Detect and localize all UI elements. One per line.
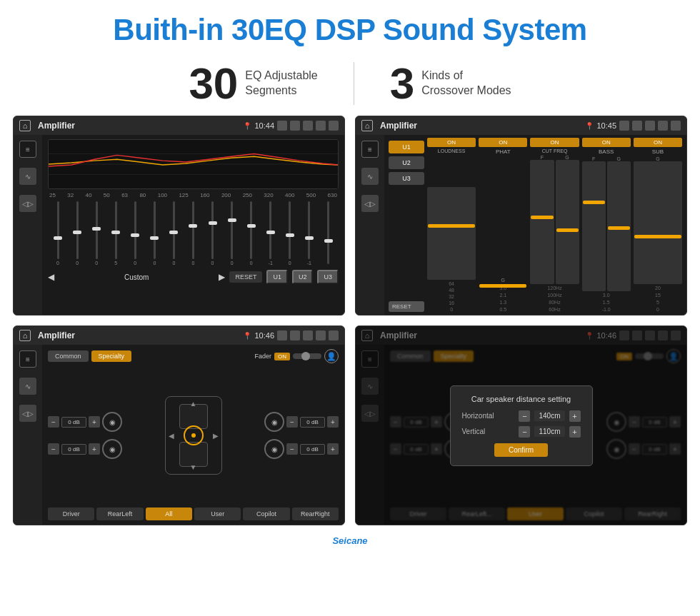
horizontal-minus[interactable]: − [519,410,530,422]
eq-slider-13[interactable]: -1 [301,201,318,266]
stat-crossover: 3 Kinds of Crossover Modes [354,61,547,106]
u2-button[interactable]: U2 [292,270,314,284]
horizontal-plus[interactable]: + [569,410,581,422]
phat-on[interactable]: ON [479,138,527,147]
fader-track[interactable] [293,353,321,359]
rl-speaker: ◉ [102,439,122,459]
location-icon-3: 📍 [243,332,251,340]
eq-slider-3[interactable]: 5 [107,201,124,266]
topbar-title-3: Amplifier [38,330,239,340]
rr-plus[interactable]: + [327,443,339,455]
fader-on[interactable]: ON [274,353,290,360]
eq-slider-5[interactable]: 0 [146,201,163,266]
eq-slider-9[interactable]: 0 [224,201,241,266]
all-btn[interactable]: All [146,508,192,520]
cutfreq-on[interactable]: ON [530,138,579,147]
eq-icon-2[interactable]: ≡ [361,141,379,158]
eq-icon-3[interactable]: ≡ [19,350,36,368]
camera-icon [277,121,287,131]
cross-presets: U1 U2 U3 RESET [389,138,424,312]
close-icon-2 [645,121,655,131]
rr-speaker: ◉ [264,439,284,459]
reset-button-1[interactable]: RESET [229,271,262,283]
person-icon: 👤 [324,349,339,363]
u3-button[interactable]: U3 [317,270,339,284]
topbar-time-3: 10:46 [254,331,274,340]
dialog-overlay: Car speaker distance setting Horizontal … [356,326,686,525]
u3-preset[interactable]: U3 [389,172,424,185]
eq-slider-8[interactable]: 0 [204,201,221,266]
loudness-on[interactable]: ON [427,138,476,147]
eq-slider-10[interactable]: 0 [243,201,260,266]
screen-crossover: ⌂ Amplifier 📍 10:45 ≡ ∿ ◁▷ U1 [355,116,687,315]
vertical-label: Vertical [462,428,515,435]
vertical-minus[interactable]: − [519,426,530,438]
confirm-button[interactable]: Confirm [494,443,548,457]
eq-slider-1[interactable]: 0 [69,201,86,266]
wave-icon-2[interactable]: ∿ [361,168,379,185]
home-icon-3[interactable]: ⌂ [19,330,31,341]
driver-btn[interactable]: Driver [48,508,94,520]
prev-icon[interactable]: ◀ [48,272,54,282]
vol-icon-3[interactable]: ◁▷ [19,405,36,422]
eq-slider-4[interactable]: 0 [126,201,144,266]
eq-slider-14[interactable] [320,201,337,266]
bass-on[interactable]: ON [582,138,631,147]
front-right-channel: ◉ − 0 dB + [264,412,339,432]
stats-row: 30 EQ Adjustable Segments 3 Kinds of Cro… [0,54,700,116]
screen-content-2: ≡ ∿ ◁▷ U1 U2 U3 RESET ON LOUDNESS [356,135,686,315]
reset-cross[interactable]: RESET [389,301,424,312]
fl-minus[interactable]: − [48,416,59,428]
next-icon[interactable]: ▶ [219,272,225,282]
rl-plus[interactable]: + [89,443,100,455]
fr-val: 0 dB [300,417,325,428]
vol-icon-2[interactable]: ◁▷ [361,195,379,212]
distance-dialog: Car speaker distance setting Horizontal … [450,385,593,466]
down-arrow[interactable]: ▼ [190,463,197,471]
topbar-title-1: Amplifier [38,121,239,131]
eq-slider-2[interactable]: 0 [88,201,105,266]
up-arrow[interactable]: ▲ [190,400,197,408]
topbar-time-2: 10:45 [596,121,616,130]
tab-specialty[interactable]: Specialty [91,350,132,362]
wave-icon[interactable]: ∿ [19,168,36,185]
vol-icon[interactable]: ◁▷ [19,195,36,212]
rearleft-btn[interactable]: RearLeft [96,508,143,520]
stat-eq-text: EQ Adjustable Segments [245,69,317,99]
eq-slider-7[interactable]: 0 [184,201,201,266]
speaker-bottom-buttons: Driver RearLeft All User Copilot RearRig… [48,508,339,520]
cross-bass: ON BASS F G [582,138,631,312]
sub-on[interactable]: ON [634,138,682,147]
eq-slider-6[interactable]: 0 [165,201,182,266]
eq-slider-11[interactable]: -1 [262,201,279,266]
eq-icon[interactable]: ≡ [19,141,36,158]
rearright-btn[interactable]: RearRight [292,508,339,520]
copilot-btn[interactable]: Copilot [243,508,289,520]
camera-icon-3 [277,330,287,340]
rr-minus[interactable]: − [286,443,298,455]
fr-minus[interactable]: − [286,416,298,428]
u1-preset[interactable]: U1 [389,141,424,153]
u2-preset[interactable]: U2 [389,156,424,169]
home-icon-2[interactable]: ⌂ [361,120,373,131]
home-icon[interactable]: ⌂ [19,120,31,131]
eq-bottom-bar: ◀ Custom ▶ RESET U1 U2 U3 [48,268,339,286]
screen-content-1: ≡ ∿ ◁▷ [14,135,344,315]
window-icon-3 [316,330,326,340]
eq-curve-svg [49,140,338,188]
tab-common[interactable]: Common [48,350,89,362]
u1-button[interactable]: U1 [266,270,288,284]
rl-val: 0 dB [61,444,86,455]
vertical-plus[interactable]: + [569,426,581,438]
user-btn[interactable]: User [194,508,241,520]
wave-icon-3[interactable]: ∿ [19,378,36,395]
right-arrow[interactable]: ▶ [213,432,219,440]
fl-plus[interactable]: + [89,416,100,428]
eq-sliders: 0 0 0 5 0 0 0 0 [48,201,339,266]
left-arrow[interactable]: ◀ [169,432,174,440]
rl-minus[interactable]: − [48,443,59,455]
eq-slider-12[interactable]: 0 [281,201,299,266]
fr-plus[interactable]: + [327,416,339,428]
close-icon [303,121,313,131]
eq-slider-0[interactable]: 0 [49,201,66,266]
